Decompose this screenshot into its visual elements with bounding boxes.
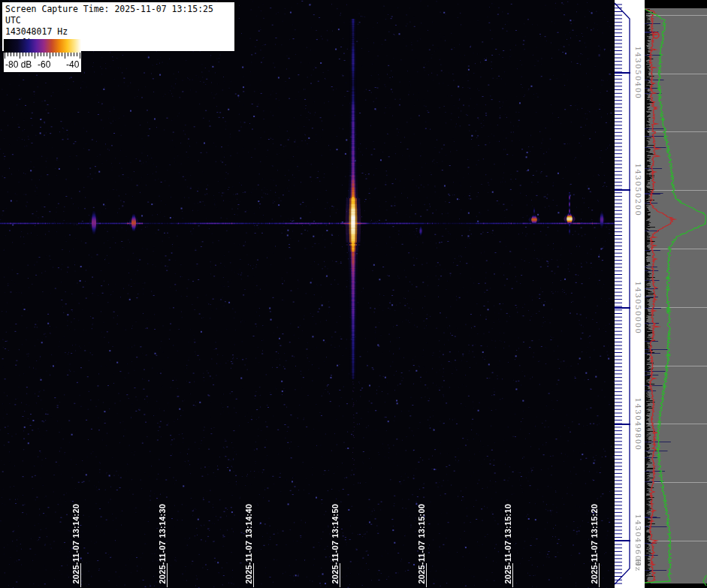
waterfall-spectrogram xyxy=(0,0,615,588)
db-label-max: -40 xyxy=(66,59,79,70)
time-tick-label: 2025-11-07 13:14:20 xyxy=(71,494,81,584)
db-ruler-tick xyxy=(71,53,71,56)
db-ruler-tick xyxy=(41,53,41,56)
freq-tick-label: 143050200 xyxy=(633,145,642,235)
freq-tick-label: 143049800 xyxy=(633,379,642,469)
db-ruler-tick xyxy=(38,53,38,56)
time-tick-label: 2025-11-07 13:15:20 xyxy=(590,494,600,584)
db-color-scale: -80 dB -60 -40 xyxy=(4,39,81,72)
time-tick-label: 2025-11-07 13:14:30 xyxy=(158,494,168,584)
time-tick-label: 2025-11-07 13:14:40 xyxy=(244,494,254,584)
color-gradient-bar xyxy=(4,39,81,53)
db-ruler-tick xyxy=(56,53,56,56)
time-tick-mark xyxy=(167,563,168,587)
db-ruler-tick xyxy=(74,53,74,56)
db-ruler-tick xyxy=(29,53,29,56)
db-ruler-tick xyxy=(50,53,50,59)
freq-unit-label: Hz xyxy=(633,520,642,588)
db-ruler-tick xyxy=(8,53,8,56)
time-tick-mark xyxy=(253,563,254,587)
spectrum-lab-window: Screen Capture Time: 2025-11-07 13:15:25… xyxy=(0,0,707,588)
db-ruler-tick xyxy=(65,53,65,59)
center-frequency-text: 143048017 Hz xyxy=(5,26,231,38)
db-ruler-tick xyxy=(20,53,20,59)
time-tick-mark xyxy=(512,563,513,587)
db-ruler-tick xyxy=(68,53,68,56)
db-ruler-tick xyxy=(59,53,59,56)
time-tick-mark xyxy=(599,563,600,587)
time-tick-label: 2025-11-07 13:14:50 xyxy=(331,494,340,584)
time-tick-mark xyxy=(426,563,427,587)
freq-tick-label: 143050400 xyxy=(633,28,642,118)
db-ruler-tick xyxy=(11,53,11,56)
db-ruler-tick xyxy=(47,53,47,56)
db-ruler-tick xyxy=(77,53,77,56)
db-ruler-tick xyxy=(44,53,44,56)
spectrum-panel xyxy=(645,0,707,588)
db-scale-ruler xyxy=(4,53,81,59)
db-ruler-tick xyxy=(23,53,23,56)
db-ruler-tick xyxy=(62,53,62,56)
db-ruler-tick xyxy=(5,53,5,59)
time-tick-mark xyxy=(80,563,81,587)
db-ruler-tick xyxy=(80,53,80,59)
db-label-mid: -60 xyxy=(38,59,50,70)
db-ruler-tick xyxy=(17,53,17,56)
time-tick-label: 2025-11-07 13:15:00 xyxy=(417,494,427,584)
time-tick-label: 2025-11-07 13:15:10 xyxy=(503,494,513,584)
db-scale-labels: -80 dB -60 -40 xyxy=(4,59,81,72)
db-label-min: -80 dB xyxy=(5,59,32,70)
db-ruler-tick xyxy=(32,53,32,56)
capture-time-text: Screen Capture Time: 2025-11-07 13:15:25… xyxy=(5,4,231,26)
db-ruler-tick xyxy=(14,53,14,56)
db-ruler-tick xyxy=(53,53,53,56)
freq-tick-label: 143050000 xyxy=(633,263,642,353)
db-ruler-tick xyxy=(26,53,26,56)
time-tick-mark xyxy=(340,563,340,587)
db-ruler-tick xyxy=(35,53,35,59)
